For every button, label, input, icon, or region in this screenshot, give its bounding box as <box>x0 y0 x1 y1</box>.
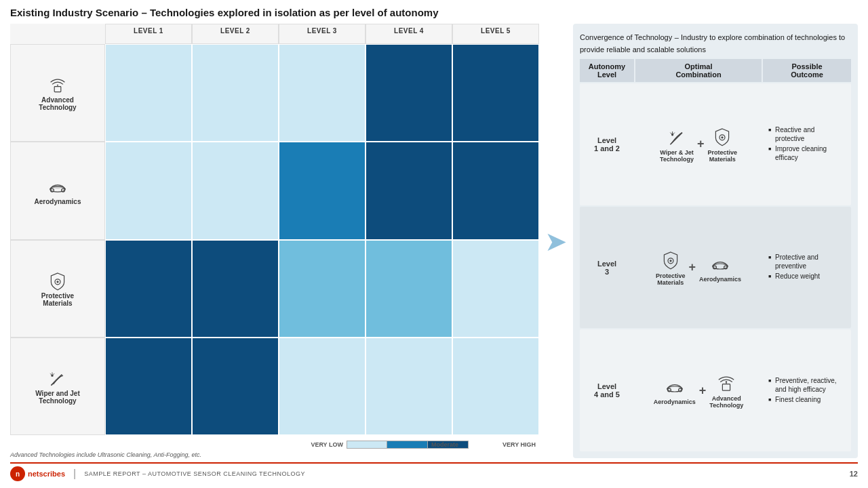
cell-r3-c4 <box>366 240 452 338</box>
svg-rect-0 <box>54 87 61 92</box>
cell-r1-c5 <box>452 44 539 142</box>
plus-icon-2: + <box>688 260 696 274</box>
page: Existing Industry Scenario – Technologie… <box>0 0 868 488</box>
col-header-4: LEVEL 4 <box>366 24 452 44</box>
tech-item-advanced3: AdvancedTechnology <box>709 372 743 409</box>
plus-icon-1: + <box>697 137 705 151</box>
right-cell-level12-optimal: Wiper & JetTechnology + ProtectiveMateri… <box>635 83 762 205</box>
right-cell-level3-outcome: Protective and preventive Reduce weight <box>763 207 851 329</box>
footer-divider: | <box>73 468 76 480</box>
footer-page-number: 12 <box>850 470 858 478</box>
col-header-2: LEVEL 2 <box>192 24 279 44</box>
cell-r2-c5 <box>452 142 539 239</box>
cell-r4-c4 <box>366 338 452 435</box>
svg-rect-21 <box>723 384 730 391</box>
right-col-optimal-header: OptimalCombination <box>635 59 762 82</box>
advanced-tech-icon <box>47 75 68 96</box>
cell-r4-c2 <box>192 338 279 435</box>
right-row-level3: Level3 ProtectiveMaterials + <box>580 207 851 329</box>
matrix-row-advanced: AdvancedTechnology <box>10 44 539 142</box>
cell-r2-c1 <box>105 142 192 239</box>
protective-label: ProtectiveMaterials <box>41 292 74 307</box>
cell-r3-c2 <box>192 240 279 338</box>
wiper-tech-icon <box>666 126 688 148</box>
svg-point-14 <box>669 260 671 262</box>
matrix-row-wiper: Wiper and JetTechnology <box>10 338 539 435</box>
right-arrow-icon: ➤ <box>545 226 568 257</box>
footer-left: n netscribes | SAMPLE REPORT – AUTOMOTIV… <box>10 466 305 481</box>
right-row-level45: Level4 and 5 Aerodynamics + <box>580 329 851 451</box>
col-header-1: LEVEL 1 <box>105 24 192 44</box>
tech-item-aerodynamics2: Aerodynamics <box>699 253 741 283</box>
header-corner <box>10 24 105 44</box>
matrix-header-row: LEVEL 1 LEVEL 2 LEVEL 3 LEVEL 4 LEVEL 5 <box>10 24 539 44</box>
netscribes-logo: n netscribes <box>10 466 65 481</box>
col-header-3: LEVEL 3 <box>279 24 366 44</box>
row-label-aerodynamics: Aerodynamics <box>10 142 105 239</box>
advanced-tech-label: AdvancedTechnology <box>39 96 76 111</box>
protective-tech-icon1 <box>711 126 733 148</box>
cell-r4-c3 <box>279 338 366 435</box>
cell-r3-c3 <box>279 240 366 338</box>
legend-very-low: VERY LOW <box>311 441 343 448</box>
aerodynamics-tech-icon2 <box>709 253 731 274</box>
footer-report-text: SAMPLE REPORT – AUTOMOTIVE SENSOR CLEANI… <box>84 470 305 477</box>
convergence-title: Convergence of Technology – Industry to … <box>580 32 845 54</box>
logo-icon: n <box>10 466 25 481</box>
right-cell-level12-outcome: Reactive and protective Improve cleaning… <box>763 83 851 205</box>
footer: n netscribes | SAMPLE REPORT – AUTOMOTIV… <box>10 462 858 481</box>
row-label-protective: ProtectiveMaterials <box>10 240 105 338</box>
protective-tech-label2: ProtectiveMaterials <box>656 272 686 286</box>
right-panel: Convergence of Technology – Industry to … <box>573 24 858 458</box>
right-col-autonomy-header: AutonomyLevel <box>580 59 634 82</box>
right-table: AutonomyLevel OptimalCombination Possibl… <box>580 59 851 451</box>
cell-r3-c1 <box>105 240 192 338</box>
matrix-row-aerodynamics: Aerodynamics <box>10 142 539 239</box>
legend-very-high: VERY HIGH <box>502 441 536 448</box>
advanced-tech-icon3 <box>715 372 737 394</box>
protective-tech-label1: ProtectiveMaterials <box>707 149 737 163</box>
right-cell-level45-optimal: Aerodynamics + AdvancedTechnology <box>635 329 762 451</box>
legend-area: VERY LOW Moderate VERY HIGH <box>10 441 539 449</box>
arrow-container: ➤ <box>546 24 566 458</box>
col-header-5: LEVEL 5 <box>452 24 539 44</box>
cell-r2-c2 <box>192 142 279 239</box>
matrix-row-protective: ProtectiveMaterials <box>10 240 539 338</box>
svg-point-18 <box>667 386 682 392</box>
cell-r2-c4 <box>366 142 452 239</box>
right-cell-level45-outcome: Preventive, reactive, and high efficacy … <box>763 329 851 451</box>
svg-point-4 <box>54 185 62 188</box>
plus-icon-3: + <box>699 384 707 398</box>
svg-point-2 <box>57 85 58 86</box>
legend-moderate: Moderate <box>431 441 458 448</box>
advanced-tech-label3: AdvancedTechnology <box>709 395 743 409</box>
wiper-tech-label: Wiper & JetTechnology <box>660 149 694 163</box>
cell-r1-c4 <box>366 44 452 142</box>
tech-item-protective2: ProtectiveMaterials <box>656 249 686 286</box>
cell-r1-c2 <box>192 44 279 142</box>
matrix-container: LEVEL 1 LEVEL 2 LEVEL 3 LEVEL 4 LEVEL 5 <box>10 24 539 435</box>
right-cell-level3-optimal: ProtectiveMaterials + Aerodynamics <box>635 207 762 329</box>
right-col-outcome-header: PossibleOutcome <box>763 59 851 82</box>
protective-tech-icon2 <box>660 249 682 271</box>
row-label-wiper: Wiper and JetTechnology <box>10 338 105 435</box>
logo-text: netscribes <box>28 470 65 478</box>
main-title: Existing Industry Scenario – Technologie… <box>10 7 858 18</box>
cell-r4-c1 <box>105 338 192 435</box>
right-cell-level45-autonomy: Level4 and 5 <box>580 329 634 451</box>
tech-item-protective1: ProtectiveMaterials <box>707 126 737 163</box>
right-cell-level3-autonomy: Level3 <box>580 207 634 329</box>
tech-item-aerodynamics3: Aerodynamics <box>654 375 696 405</box>
cell-r3-c5 <box>452 240 539 338</box>
left-panel: LEVEL 1 LEVEL 2 LEVEL 3 LEVEL 4 LEVEL 5 <box>10 24 539 458</box>
svg-point-8 <box>56 281 58 283</box>
wiper-label: Wiper and JetTechnology <box>35 390 79 405</box>
aerodynamics-label: Aerodynamics <box>35 198 81 205</box>
cell-r1-c3 <box>279 44 366 142</box>
wiper-icon <box>47 368 68 390</box>
right-header-row: AutonomyLevel OptimalCombination Possibl… <box>580 59 851 82</box>
cell-r2-c3 <box>279 142 366 239</box>
cell-r1-c1 <box>105 44 192 142</box>
aerodynamics-icon <box>47 176 68 198</box>
row-label-advanced: AdvancedTechnology <box>10 44 105 142</box>
